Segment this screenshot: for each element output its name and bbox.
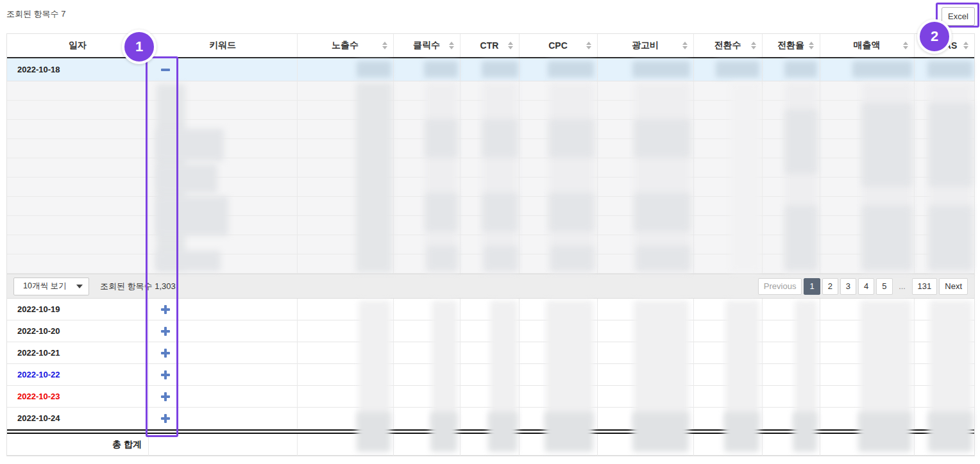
report-page: 조회된 항목수 7 Excel 일자 키워드 노출수 클릭수 CTR CPC 광… (0, 0, 980, 464)
blurred-cell (929, 301, 972, 426)
blurred-total (488, 412, 518, 452)
blurred-cell (482, 83, 518, 272)
header-keyword: 키워드 (148, 34, 297, 57)
column-divider (297, 34, 298, 456)
blurred-total (858, 412, 911, 452)
sort-icon[interactable] (751, 42, 756, 49)
sort-icon[interactable] (809, 42, 814, 49)
blurred-cell (424, 61, 458, 78)
date-cell: 2022-10-23 (7, 386, 148, 407)
date-cell: 2022-10-22 (7, 364, 148, 385)
total-label: 총 합계 (7, 434, 148, 455)
blurred-cell (490, 301, 518, 426)
pagination-previous[interactable]: Previous (758, 278, 802, 295)
blurred-total (632, 412, 689, 452)
blurred-cell (634, 193, 690, 231)
column-divider (393, 34, 394, 456)
sort-icon[interactable] (382, 42, 387, 49)
blurred-cell (860, 301, 911, 426)
sort-icon[interactable] (963, 42, 968, 49)
date-cell: 2022-10-18 (7, 58, 148, 81)
column-divider (460, 34, 460, 456)
blurred-cell (425, 193, 457, 231)
blurred-cell (549, 119, 594, 158)
pagination-ellipsis: ... (895, 278, 910, 295)
blurred-cell (731, 83, 760, 272)
annotation-step-1-badge: 1 (122, 29, 156, 64)
blurred-total (545, 412, 593, 452)
blurred-cell (634, 301, 689, 426)
header-clicks[interactable]: 클릭수 (393, 34, 460, 57)
blurred-total (430, 412, 457, 452)
pagination-page-2[interactable]: 2 (822, 278, 838, 295)
blurred-cell (548, 61, 594, 78)
column-divider (597, 34, 598, 456)
blurred-total (357, 412, 391, 452)
blurred-cell (482, 61, 518, 78)
blurred-cell (929, 206, 972, 270)
blurred-cell (546, 301, 593, 426)
pagination-page-1[interactable]: 1 (804, 278, 820, 295)
blurred-cell (359, 301, 391, 426)
header-cpc[interactable]: CPC (519, 34, 597, 57)
header-conversions[interactable]: 전환수 (693, 34, 762, 57)
blurred-cell (634, 119, 690, 158)
pagination-page-3[interactable]: 3 (840, 278, 856, 295)
blurred-cell (795, 301, 817, 426)
blurred-total (793, 412, 817, 452)
header-ad-cost[interactable]: 광고비 (597, 34, 693, 57)
date-cell: 2022-10-19 (7, 299, 148, 320)
blurred-cell (929, 103, 972, 186)
blurred-total (928, 412, 972, 452)
blurred-cell (484, 246, 518, 270)
blurred-cell (927, 61, 972, 78)
annotation-step-2-badge: 2 (917, 19, 952, 54)
blurred-cell (427, 246, 457, 270)
blurred-cell (551, 246, 594, 270)
blurred-cell (357, 61, 391, 78)
blurred-cell (356, 83, 392, 272)
date-cell: 2022-10-24 (7, 408, 148, 429)
blurred-cell (432, 301, 457, 426)
pagination-page-4[interactable]: 4 (858, 278, 874, 295)
page-size-select[interactable]: 10개씩 보기 (13, 278, 89, 295)
pagination-next[interactable]: Next (939, 278, 968, 295)
annotation-highlight-toggle-column (146, 56, 178, 437)
header-impressions[interactable]: 노출수 (297, 34, 393, 57)
blurred-cell (482, 119, 518, 158)
sort-icon[interactable] (682, 42, 688, 49)
sort-icon[interactable] (508, 42, 513, 49)
blurred-cell (549, 83, 594, 272)
blurred-cell (716, 61, 759, 78)
column-divider (519, 34, 520, 456)
sort-icon[interactable] (903, 42, 908, 49)
header-ctr[interactable]: CTR (460, 34, 519, 57)
pagination-page-5[interactable]: 5 (876, 278, 892, 295)
blurred-cell (482, 193, 518, 231)
pagination-controls: Previous 1 2 3 4 5 ... 131 Next (758, 278, 968, 295)
blurred-cell (549, 193, 594, 231)
blurred-cell (852, 61, 912, 78)
blurred-cell (785, 206, 817, 270)
blurred-cell (636, 246, 690, 270)
pagination-page-131[interactable]: 131 (912, 278, 938, 295)
sort-icon[interactable] (449, 42, 454, 49)
blurred-total (724, 412, 759, 452)
blurred-cell (862, 103, 912, 186)
date-cell: 2022-10-20 (7, 320, 148, 342)
column-divider (762, 34, 763, 456)
blurred-cell (725, 301, 759, 426)
header-revenue[interactable]: 매출액 (820, 34, 914, 57)
sort-icon[interactable] (586, 42, 591, 49)
blurred-cell (862, 206, 912, 270)
result-count-label: 조회된 항목수 7 (6, 8, 65, 20)
blurred-cell (634, 83, 690, 272)
blurred-cell (785, 110, 817, 174)
blurred-cell (425, 83, 457, 272)
column-divider (820, 34, 820, 456)
column-divider (693, 34, 694, 456)
date-cell: 2022-10-21 (7, 342, 148, 363)
blurred-cell (632, 61, 690, 78)
header-conversion-rate[interactable]: 전환율 (762, 34, 820, 57)
chevron-down-icon (76, 285, 83, 288)
